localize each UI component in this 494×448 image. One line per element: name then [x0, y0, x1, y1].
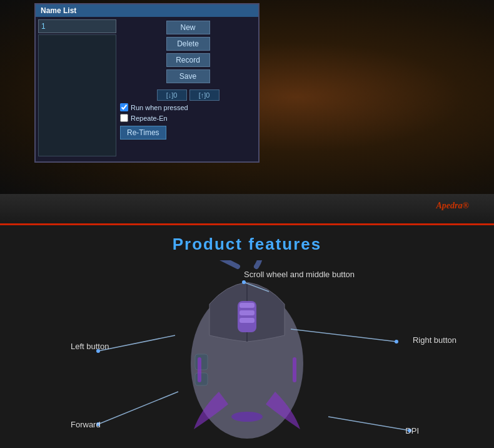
- panel-header: Name List: [36, 4, 258, 17]
- name-list-input[interactable]: [38, 19, 116, 33]
- mouse-diagram: Scroll wheel and middle button Left butt…: [0, 260, 494, 442]
- arrow-row: [↓]0 [↑]0: [120, 89, 256, 101]
- svg-line-11: [244, 282, 269, 292]
- left-button-label: Left button: [71, 342, 109, 351]
- svg-line-19: [328, 417, 410, 430]
- right-button-label: Right button: [413, 335, 456, 345]
- arrow-up-button[interactable]: [↑]0: [189, 89, 219, 101]
- svg-point-16: [395, 340, 398, 344]
- repeate-en-label: Repeate-En: [131, 115, 168, 122]
- macro-panel: Name List New Delete Record Save: [34, 3, 260, 163]
- name-list-box: [38, 34, 116, 156]
- delete-button[interactable]: Delete: [166, 37, 210, 51]
- repeate-en-checkbox[interactable]: [120, 114, 128, 122]
- new-button[interactable]: New: [166, 21, 210, 34]
- panel-body: New Delete Record Save [↓]0 [↑]: [36, 17, 258, 160]
- svg-rect-4: [239, 310, 255, 315]
- run-when-pressed-checkbox[interactable]: [120, 103, 128, 111]
- run-when-pressed-row: Run when pressed: [120, 103, 256, 111]
- features-section: Product features: [0, 225, 494, 448]
- svg-point-0: [191, 288, 303, 439]
- svg-point-12: [242, 280, 246, 284]
- forward-label: Forward: [71, 420, 101, 429]
- svg-rect-2: [238, 301, 256, 332]
- diagram-svg: [0, 260, 494, 442]
- svg-rect-5: [239, 318, 255, 323]
- brand-area: Apedra®: [0, 194, 494, 225]
- mouse-body-group: [191, 260, 303, 439]
- svg-rect-10: [293, 357, 296, 382]
- svg-line-15: [291, 329, 396, 342]
- svg-line-17: [98, 392, 178, 424]
- scroll-label: Scroll wheel and middle button: [244, 270, 355, 279]
- save-button[interactable]: Save: [166, 69, 210, 83]
- run-when-pressed-label: Run when pressed: [131, 104, 188, 111]
- panel-title: Name List: [41, 6, 76, 15]
- arrow-down-button[interactable]: [↓]0: [157, 89, 187, 101]
- repeate-en-row: Repeate-En: [120, 114, 256, 122]
- top-section: Name List New Delete Record Save: [0, 0, 494, 194]
- brand-logo: Apedra®: [436, 199, 469, 219]
- brand-suffix: ®: [463, 200, 469, 210]
- svg-point-8: [231, 412, 263, 422]
- svg-rect-7: [195, 373, 208, 385]
- re-times-button[interactable]: Re-Times: [120, 126, 166, 140]
- name-list-area: [38, 19, 116, 158]
- record-button[interactable]: Record: [166, 53, 210, 67]
- features-title: Product features: [0, 225, 494, 260]
- controls-area: New Delete Record Save [↓]0 [↑]: [120, 19, 256, 158]
- svg-rect-3: [239, 303, 255, 308]
- dpi-label: DPI: [405, 426, 419, 435]
- svg-line-13: [98, 335, 175, 351]
- svg-rect-6: [195, 354, 208, 370]
- svg-rect-9: [198, 357, 201, 382]
- brand-name: Apedra: [436, 200, 463, 210]
